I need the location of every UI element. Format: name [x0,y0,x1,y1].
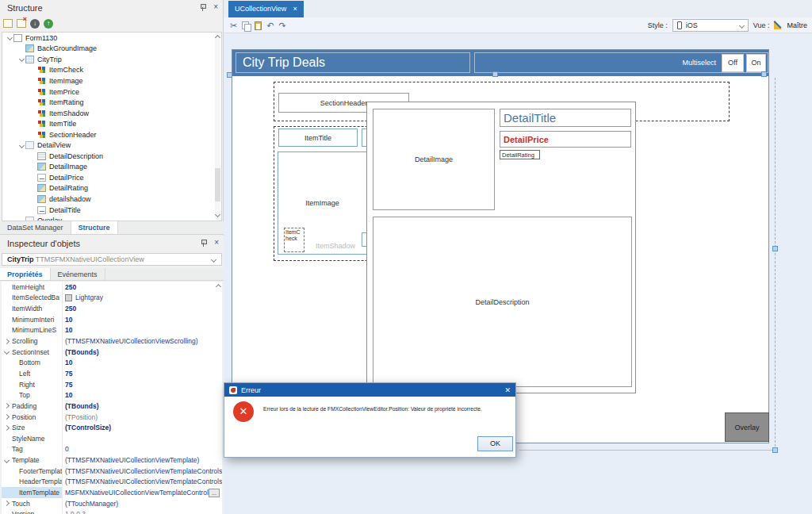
ok-button[interactable]: OK [477,436,513,451]
property-name-cell[interactable]: Tag [2,444,62,455]
detail-view-panel[interactable]: DetailImage DetailTitle DetailPrice Deta… [366,102,636,393]
selection-handle[interactable] [772,246,778,251]
detail-price-box[interactable]: DetailPrice [500,131,631,148]
selection-handle[interactable] [761,71,767,77]
tree-item-detailprice[interactable]: DetailPrice [2,172,221,183]
expander-icon[interactable] [2,339,12,343]
property-value[interactable]: (TTMSFMXNativeUICollectionViewTemplateCo… [65,478,222,485]
tree-item-sectionheader[interactable]: SectionHeader [2,129,221,140]
property-name-cell[interactable]: MinimumInteri [2,314,62,325]
tree-scrollbar-thumb[interactable] [215,168,220,201]
expander-icon[interactable] [17,144,25,148]
selection-handle[interactable] [772,447,778,453]
error-dialog-titlebar[interactable]: Erreur ✕ [224,383,515,397]
undo-icon[interactable]: ↶ [266,20,274,31]
property-row-right[interactable]: Right75 [2,379,222,390]
property-row-headertemplat[interactable]: HeaderTemplat(TTMSFMXNativeUICollectionV… [2,477,222,488]
property-value[interactable]: (TBounds) [65,348,222,356]
property-row-size[interactable]: Size(TControlSize) [2,422,222,433]
property-value[interactable]: 10 [65,326,222,334]
move-down-icon[interactable]: ↓ [30,19,40,29]
close-icon[interactable]: ✕ [504,386,511,394]
tree-item-itemtitle[interactable]: ItemTitle [2,118,221,129]
property-name-cell[interactable]: Right [2,379,62,390]
selection-handle[interactable] [492,71,498,77]
property-row-top[interactable]: Top10 [2,389,222,401]
property-value[interactable]: 0 [65,445,222,453]
redo-icon[interactable]: ↷ [278,20,285,31]
property-value[interactable]: Lightgray [65,293,222,301]
property-value[interactable]: 10 [65,391,222,399]
property-value[interactable]: (TTMSFMXNativeUICollectionViewScrolling) [65,337,222,345]
tree-item-form1130[interactable]: Form1130 [2,33,221,44]
expander-icon[interactable] [17,57,25,61]
property-value[interactable]: (TTMSFMXNativeUICollectionViewTemplate) [65,456,222,464]
property-name-cell[interactable]: MinimumLineS [2,325,62,336]
style-combo[interactable]: iOS [672,19,749,32]
pin-icon[interactable] [201,239,207,247]
tree-item-detailimage[interactable]: DetailImage [2,162,221,173]
expander-icon[interactable] [2,426,12,430]
property-value[interactable]: MSFMXNativeUICollectionViewTemplateContr… [65,489,222,497]
property-value[interactable]: 250 [65,305,222,313]
tree-item-itemimage[interactable]: ItemImage [2,75,221,86]
property-name-cell[interactable]: Size [2,422,62,433]
property-row-minimumlines[interactable]: MinimumLineS10 [2,325,222,336]
header-title-panel[interactable]: City Trip Deals [236,52,470,73]
property-row-itemtemplate[interactable]: ItemTemplateMSFMXNativeUICollectionViewT… [2,487,222,498]
detail-title-box[interactable]: DetailTitle [500,109,631,127]
tree-item-detailshadow[interactable]: detailshadow [2,194,221,205]
property-value[interactable]: (TTouchManager) [65,500,222,508]
property-row-position[interactable]: Position(TPosition) [2,412,222,423]
delete-item-icon[interactable] [17,19,26,28]
tab-dataset-manager[interactable]: DataSet Manager [0,221,71,234]
expander-icon[interactable] [2,350,12,354]
tree-item-overlay[interactable]: Overlay [2,215,221,221]
property-row-itemheight[interactable]: ItemHeight250 [2,282,222,293]
item-check-box[interactable]: ItemCheck [284,228,304,252]
header-multiselect-panel[interactable]: Multiselect Off On [474,52,768,73]
property-name-cell[interactable]: Scrolling [2,336,62,347]
property-row-itemwidth[interactable]: ItemWidth250 [2,303,222,314]
property-name-cell[interactable]: Bottom [2,357,62,368]
property-row-itemselectedba[interactable]: ItemSelectedBaLightgray [2,293,222,304]
property-name-cell[interactable]: HeaderTemplat [2,477,62,488]
property-row-touch[interactable]: Touch(TTouchManager) [2,498,222,509]
property-name-cell[interactable]: ItemHeight [2,282,62,293]
paste-icon[interactable] [255,21,262,30]
property-row-version[interactable]: Version1.0.0.3 [2,508,222,514]
property-row-stylename[interactable]: StyleName [2,433,222,444]
close-icon[interactable]: × [213,3,218,11]
property-value[interactable]: 75 [65,381,222,389]
property-row-sectioninset[interactable]: SectionInset(TBounds) [2,347,222,358]
pin-icon[interactable] [200,3,206,11]
property-value[interactable]: 75 [65,370,222,378]
multiselect-on-button[interactable]: On [746,54,766,72]
property-row-footertemplate[interactable]: FooterTemplate(TTMSFMXNativeUICollection… [2,466,222,477]
property-name-cell[interactable]: Position [2,412,62,423]
tree-item-detailrating[interactable]: DetailRating [2,183,221,194]
property-name-cell[interactable]: Touch [2,498,62,509]
property-name-cell[interactable]: Padding [2,401,62,412]
property-name-cell[interactable]: Top [2,389,62,401]
property-value[interactable]: 10 [65,316,222,324]
multiselect-off-button[interactable]: Off [722,54,744,72]
property-value[interactable]: (TTMSFMXNativeUICollectionViewTemplateCo… [65,467,222,475]
overlay-button[interactable]: Overlay [725,412,769,442]
detail-image-box[interactable]: DetailImage [373,109,495,210]
property-row-scrolling[interactable]: Scrolling(TTMSFMXNativeUICollectionViewS… [2,336,222,347]
tab-structure[interactable]: Structure [71,221,118,234]
property-row-minimuminteri[interactable]: MinimumInteri10 [2,314,222,325]
cut-icon[interactable]: ✂ [230,20,237,31]
tab-close-icon[interactable]: × [293,1,297,17]
tree-item-itemprice[interactable]: ItemPrice [2,86,221,98]
expander-icon[interactable] [2,501,12,505]
ellipsis-button[interactable]: ... [209,489,220,497]
expander-icon[interactable] [2,458,12,462]
property-name-cell[interactable]: Template [2,455,62,466]
move-up-icon[interactable]: ↑ [44,19,53,29]
property-value[interactable]: 1.0.0.3 [65,510,222,514]
detail-description-box[interactable]: DetailDescription [373,217,632,387]
property-value[interactable]: (TControlSize) [65,424,222,432]
expander-icon[interactable] [6,36,13,40]
